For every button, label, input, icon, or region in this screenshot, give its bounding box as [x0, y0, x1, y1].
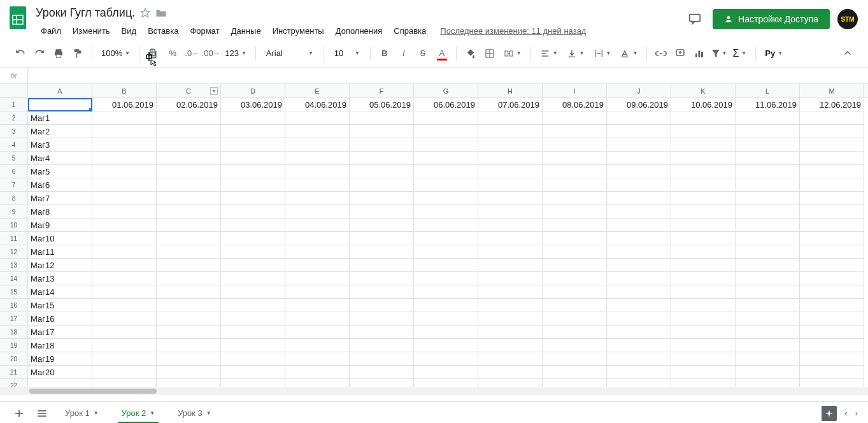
cell[interactable] [221, 138, 285, 152]
cell[interactable] [736, 152, 800, 165]
text-rotate-button[interactable]: ▼ [616, 48, 641, 59]
cell[interactable] [92, 192, 157, 205]
cell[interactable] [92, 219, 157, 232]
cell[interactable] [607, 272, 671, 285]
cell[interactable] [736, 205, 800, 219]
cell[interactable] [92, 259, 157, 272]
add-sheet-button[interactable] [10, 405, 28, 422]
cell[interactable] [221, 285, 285, 299]
menu-help[interactable]: Справка [388, 24, 431, 38]
cell[interactable]: 04.06.2019 [285, 98, 350, 111]
cell[interactable] [736, 285, 800, 299]
cell[interactable] [92, 138, 157, 152]
cell[interactable] [543, 366, 607, 379]
cell[interactable] [92, 245, 157, 259]
cell[interactable] [736, 299, 800, 312]
cell[interactable] [350, 245, 414, 259]
cell[interactable] [543, 272, 607, 285]
cell[interactable] [414, 312, 478, 326]
cell[interactable] [736, 352, 800, 366]
col-header-L[interactable]: L [736, 84, 800, 97]
cell[interactable] [285, 312, 350, 326]
menu-file[interactable]: Файл [36, 24, 66, 38]
cell[interactable] [671, 152, 736, 165]
cell[interactable]: 09.06.2019 [607, 98, 671, 111]
cell[interactable]: Маг7 [28, 192, 92, 205]
cell[interactable] [221, 245, 285, 259]
font-select[interactable]: Arial▼ [261, 48, 318, 58]
cell[interactable]: Маг16 [28, 312, 92, 326]
cell[interactable] [414, 326, 478, 339]
cell[interactable]: Маг6 [28, 178, 92, 192]
sheets-logo[interactable] [5, 5, 31, 31]
cell[interactable] [350, 205, 414, 219]
row-header[interactable]: 5 [0, 152, 28, 165]
cell[interactable] [285, 138, 350, 152]
input-tools-button[interactable]: Ру▼ [761, 48, 786, 58]
cell[interactable] [800, 352, 864, 366]
cell[interactable] [543, 111, 607, 125]
cell[interactable] [92, 326, 157, 339]
cell[interactable]: Маг1 [28, 111, 92, 125]
cell[interactable]: Маг4 [28, 152, 92, 165]
cell[interactable] [800, 312, 864, 326]
cell[interactable] [671, 312, 736, 326]
cell[interactable]: 03.06.2019 [221, 98, 285, 111]
cell[interactable]: Маг15 [28, 299, 92, 312]
cell[interactable] [607, 138, 671, 152]
cell[interactable] [543, 326, 607, 339]
explore-button[interactable] [822, 406, 837, 421]
cell[interactable] [157, 285, 221, 299]
cell[interactable] [478, 111, 543, 125]
cell[interactable] [157, 125, 221, 138]
cell[interactable] [285, 379, 350, 387]
cell[interactable] [92, 379, 157, 387]
col-header-D[interactable]: D [221, 84, 285, 97]
cell[interactable] [671, 178, 736, 192]
cell[interactable] [414, 111, 478, 125]
cell[interactable] [543, 339, 607, 352]
cell[interactable] [478, 272, 543, 285]
cell[interactable]: Маг10 [28, 232, 92, 245]
cell[interactable]: Маг19 [28, 352, 92, 366]
row-header[interactable]: 16 [0, 299, 28, 312]
row-header[interactable]: 21 [0, 366, 28, 379]
cell[interactable]: 10.06.2019 [671, 98, 736, 111]
menu-data[interactable]: Данные [226, 24, 266, 38]
cell[interactable] [478, 352, 543, 366]
currency-button[interactable] [145, 45, 162, 62]
cell[interactable] [157, 219, 221, 232]
cell[interactable] [607, 165, 671, 178]
cell[interactable] [671, 379, 736, 387]
cell[interactable] [285, 178, 350, 192]
undo-button[interactable] [11, 45, 29, 62]
cell[interactable] [478, 379, 543, 387]
col-header-A[interactable]: A [28, 84, 92, 97]
cell[interactable] [414, 219, 478, 232]
menu-addons[interactable]: Дополнения [331, 24, 388, 38]
cell[interactable] [157, 138, 221, 152]
cell[interactable]: 02.06.2019 [157, 98, 221, 111]
functions-button[interactable]: Σ▼ [729, 48, 750, 59]
cell[interactable] [350, 366, 414, 379]
cell[interactable] [350, 326, 414, 339]
cell[interactable] [221, 259, 285, 272]
cell[interactable] [671, 205, 736, 219]
col-header-K[interactable]: K [671, 84, 736, 97]
cell[interactable] [285, 272, 350, 285]
cell[interactable] [543, 285, 607, 299]
menu-view[interactable]: Вид [117, 24, 142, 38]
cell[interactable] [157, 111, 221, 125]
cell[interactable]: 11.06.2019 [736, 98, 800, 111]
cell[interactable] [414, 366, 478, 379]
cell[interactable] [285, 219, 350, 232]
row-header[interactable]: 17 [0, 312, 28, 326]
row-header[interactable]: 15 [0, 285, 28, 299]
align-v-button[interactable]: ▼ [563, 48, 588, 59]
cell[interactable] [221, 219, 285, 232]
cell[interactable] [221, 232, 285, 245]
sheet-tab-1[interactable]: Урок 1▼ [56, 403, 108, 423]
cell[interactable] [671, 111, 736, 125]
row-header[interactable]: 19 [0, 339, 28, 352]
cell[interactable] [285, 192, 350, 205]
